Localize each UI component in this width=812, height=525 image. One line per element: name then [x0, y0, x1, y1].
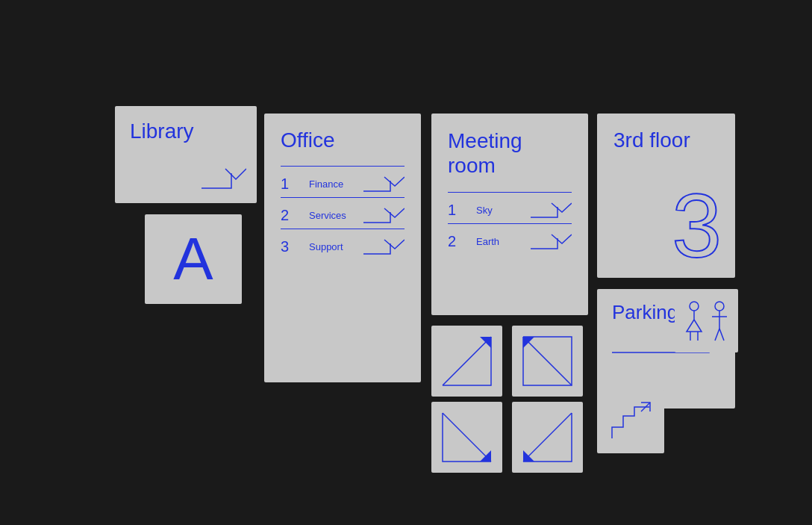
library-title: Library	[130, 119, 242, 143]
office-arrow-1	[363, 176, 405, 196]
sq-card-3	[431, 402, 502, 473]
office-label-2: Services	[309, 210, 346, 221]
meeting-card: Meeting room 1 Sky 2 Earth	[431, 114, 588, 315]
svg-line-8	[715, 329, 719, 341]
office-num-2: 2	[281, 207, 302, 224]
meeting-arrow-1	[531, 202, 572, 222]
meeting-label-2: Earth	[476, 236, 499, 247]
meeting-title: Meeting room	[448, 128, 572, 178]
office-num-1: 1	[281, 175, 302, 193]
office-arrow-2	[363, 208, 405, 227]
svg-line-11	[523, 337, 572, 385]
sq-arrow-bottomright	[512, 402, 583, 473]
svg-line-10	[443, 337, 491, 385]
svg-line-13	[523, 413, 572, 462]
letter-a: A	[173, 229, 213, 289]
svg-point-1	[690, 302, 699, 311]
male-icon	[709, 300, 730, 341]
sq-arrow-topright	[512, 326, 583, 397]
svg-line-12	[443, 413, 491, 462]
meeting-row-1: 1 Sky	[448, 192, 572, 223]
sq-arrow-bottomleft	[431, 402, 502, 473]
floor-number: 3	[672, 181, 722, 270]
floor-title: 3rd floor	[613, 128, 719, 152]
office-row-2: 2 Services	[281, 197, 405, 229]
library-arrow	[202, 167, 246, 193]
stairs-card	[597, 390, 664, 453]
meeting-num-1: 1	[448, 202, 469, 219]
meeting-num-2: 2	[448, 233, 469, 250]
meeting-label-1: Sky	[476, 205, 493, 216]
female-icon	[684, 300, 705, 341]
meeting-row-2: 2 Earth	[448, 223, 572, 255]
svg-line-9	[719, 329, 724, 341]
office-arrow-3	[363, 239, 405, 258]
letter-a-card: A	[145, 214, 242, 304]
library-card: Library	[115, 106, 257, 203]
office-row-1: 1 Finance	[281, 166, 405, 197]
office-row-3: 3 Support	[281, 229, 405, 260]
meeting-arrow-2	[531, 234, 572, 253]
office-num-3: 3	[281, 238, 302, 255]
svg-point-5	[715, 302, 724, 311]
sq-card-1	[431, 326, 502, 397]
stairs-icon	[608, 401, 653, 442]
restroom-card	[675, 289, 738, 352]
office-title: Office	[281, 128, 405, 152]
office-label-1: Finance	[309, 178, 343, 190]
sq-card-4	[512, 402, 583, 473]
floor-card: 3rd floor 3	[597, 114, 735, 278]
sq-card-2	[512, 326, 583, 397]
sq-arrow-topleft	[431, 326, 502, 397]
office-label-3: Support	[309, 241, 343, 252]
canvas: Library A Office 1 Finance 2 Servic	[70, 46, 742, 479]
office-card: Office 1 Finance 2 Services 3	[264, 114, 421, 382]
